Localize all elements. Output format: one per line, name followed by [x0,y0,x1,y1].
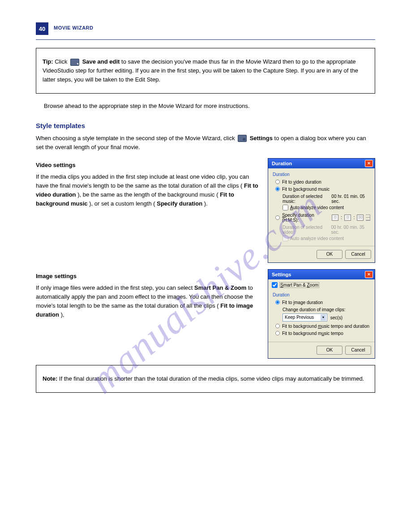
page-number: 40 [39,26,45,32]
para1-settings-label: Settings [250,135,273,142]
music-duration-value: 00 hr. 01 min. 05 sec. [331,194,370,204]
tip-save-edit-label: Save and edit [82,58,120,65]
change-duration-label: Change duration of image clips: [283,307,370,312]
tip-box: Tip: Click Save and edit to save the dec… [36,48,375,94]
radio-specify-label: Specify duration (H:M:S): [282,213,330,223]
note-text: If the final duration is shorter than th… [59,375,364,382]
radio-fit-music-tempo-duration[interactable]: Fit to background music tempo and durati… [275,324,370,329]
video-settings-title: Video settings [36,161,260,170]
music-duration-label: Duration of selected music: [283,194,331,204]
note-box: Note: If the final duration is shorter t… [36,365,375,393]
radio-fit-music-input[interactable] [275,187,280,191]
ok-button[interactable]: OK [317,346,342,355]
auto-analyze-label-1: Auto analyze video content [290,205,344,210]
tip-label: Tip: [43,58,53,65]
page-number-box: 40 [36,22,48,35]
ok-button[interactable]: OK [317,250,342,259]
radio-fit-video-input[interactable] [275,180,280,184]
radio-fit-image-input[interactable] [275,300,280,305]
cancel-button[interactable]: Cancel [345,250,371,259]
settings-dialog-titlebar: Settings × [268,270,375,279]
settings-icon [238,135,247,142]
chevron-down-icon: ▾ [321,314,326,321]
radio-fit-video-label: Fit to video duration [282,180,321,184]
settings-group-label: Duration [273,292,370,297]
step2-browse-text: Browse ahead to the appropriate step in … [44,102,375,111]
auto-analyze-label-2: Auto analyze video content [290,236,344,241]
radio-specify-input[interactable] [275,215,280,220]
close-icon[interactable]: × [365,271,373,278]
save-and-edit-icon [70,59,79,66]
radio-fit-video[interactable]: Fit to video duration [275,180,370,184]
vid-para-c: ), or set a custom length ( [89,200,155,207]
radio-fit-music[interactable]: Fit to background music [275,187,370,192]
duration-dialog-title: Duration [272,161,292,166]
smart-pan-zoom-checkbox[interactable] [272,282,278,288]
header-divider [36,39,375,40]
hours-input[interactable]: 0 [332,215,338,221]
video-duration-label: Duration of selected video: [283,225,331,235]
close-icon[interactable]: × [365,160,373,167]
tip-text-a: Click [55,58,69,65]
auto-analyze-row-2: Auto analyze video content [283,236,370,241]
dropdown-unit: sec(s) [330,315,342,320]
radio-fit-image-label: Fit to image duration [282,300,323,305]
radio-fit-image[interactable]: Fit to image duration [275,300,370,305]
radio-fit-music-tempo[interactable]: Fit to background music tempo [275,331,370,336]
style-templates-heading: Style templates [36,122,375,129]
keep-previous-dropdown[interactable]: Keep Previous ▾ [283,313,327,322]
duration-dialog-titlebar: Duration × [268,159,375,168]
smart-pan-zoom-checkbox-label: Smart Pan & Zoom [279,282,319,288]
img-para-c: ), [61,311,64,318]
minutes-input[interactable]: 0 [344,215,351,221]
radio-fit-music-tempo-label: Fit to background music tempo [282,331,343,336]
radio-fit-music-label: Fit to background music [282,187,330,192]
dropdown-value: Keep Previous [285,315,314,320]
image-settings-title: Image settings [36,272,260,281]
duration-dialog: Duration × Duration Fit to video duratio… [268,158,375,263]
para1-a: When choosing a style template in the se… [36,135,236,142]
duration-group-label: Duration [273,172,370,177]
video-duration-value: 00 hr. 00 min. 35 sec. [331,225,370,235]
auto-analyze-checkbox-2 [283,236,288,241]
radio-fit-music-tempo-duration-input[interactable] [275,324,280,328]
vid-para-d: ). [204,200,208,207]
vid-para-b: ), be the same as the length of the back… [77,191,218,198]
specify-label: Specify duration [157,200,202,207]
duration-spinner[interactable] [366,215,370,221]
smart-pan-zoom-label: Smart Pan & Zoom [194,284,246,291]
settings-dialog: Settings × Smart Pan & Zoom Duration Fit… [268,269,375,359]
section-title: MOVIE WIZARD [54,22,94,30]
radio-specify[interactable]: Specify duration (H:M:S): 0: 0: 30 [275,213,370,223]
settings-dialog-title: Settings [272,272,291,277]
radio-fit-music-tempo-input[interactable] [275,331,280,335]
auto-analyze-row-1[interactable]: Auto analyze video content [283,205,370,210]
cancel-button[interactable]: Cancel [345,346,371,355]
vid-para-a: If the media clips you added in the firs… [36,173,249,189]
img-para-a: If only image files were added in the fi… [36,284,194,291]
radio-fit-music-tempo-duration-label: Fit to background music tempo and durati… [282,324,369,329]
auto-analyze-checkbox-1[interactable] [283,205,288,210]
seconds-input[interactable]: 30 [357,215,364,221]
smart-pan-zoom-row[interactable]: Smart Pan & Zoom [268,279,375,289]
note-label: Note: [43,375,57,382]
